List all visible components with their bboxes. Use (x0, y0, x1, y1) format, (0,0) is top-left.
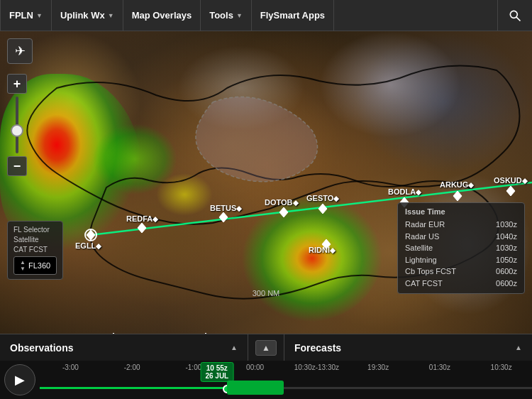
nav-map-overlays[interactable]: Map Overlays (123, 0, 201, 31)
map-overlays-label: Map Overlays (132, 10, 192, 21)
svg-marker-7 (318, 204, 327, 214)
svg-marker-6 (279, 207, 288, 217)
waypoint-redfa: REDFA (126, 214, 158, 223)
timeline-range-highlight (227, 381, 284, 395)
tl-label-range: 10:30z-13:30z (286, 364, 348, 371)
zoom-out-button[interactable]: − (7, 156, 27, 176)
fpln-arrow: ▼ (36, 12, 43, 19)
waypoint-arkug: ARKUG (440, 180, 474, 189)
zoom-slider[interactable] (16, 97, 18, 153)
fl-value-text: FL360 (28, 261, 50, 270)
zoom-in-button[interactable]: + (7, 74, 27, 94)
issue-time-rows: Radar EUR1030zRadar US1040zSatellite1030… (405, 219, 517, 289)
it-row-name: Satellite (405, 242, 433, 254)
waypoint-oskud: OSKUD (494, 176, 528, 185)
forecasts-tab[interactable]: Forecasts ▲ (284, 334, 532, 361)
fl-selector-line1: FL Selector (13, 226, 57, 234)
timeline-toggle[interactable]: ▲ (248, 334, 284, 361)
waypoint-gesto: GESTO (306, 194, 339, 202)
timeline: ▶ -3:00 -2:00 -1:00 00:00 10:30z-13:30z … (0, 361, 532, 399)
uplink-wx-arrow: ▼ (108, 12, 114, 19)
airplane-map-button[interactable]: ✈ (7, 38, 33, 64)
issue-time-row: CAT FCST0600z (405, 278, 517, 290)
current-time-value: 10 55z (205, 364, 228, 372)
issue-time-row: Radar EUR1030z (405, 219, 517, 231)
tl-label-1030: 10:30z (470, 364, 532, 371)
it-row-time: 1030z (496, 219, 517, 231)
svg-point-0 (510, 11, 517, 18)
forecasts-label: Forecasts (294, 342, 341, 354)
top-navigation: FPLN ▼ Uplink Wx ▼ Map Overlays Tools ▼ … (0, 0, 532, 31)
forecasts-arrow: ▲ (515, 344, 522, 351)
nav-fpln[interactable]: FPLN ▼ (0, 0, 52, 31)
distance-label: 300 NM (253, 289, 280, 297)
svg-marker-4 (138, 223, 146, 233)
search-icon (508, 9, 522, 23)
waypoint-betus: BETUS (210, 204, 242, 212)
it-row-time: 1050z (496, 254, 517, 266)
observations-arrow: ▲ (231, 344, 238, 351)
fl-value-display[interactable]: ▲ ▼ FL360 (13, 256, 57, 275)
fl-selector-panel: FL Selector Satellite CAT FCST ▲ ▼ FL360 (7, 221, 63, 280)
svg-marker-11 (506, 186, 515, 196)
uplink-wx-label: Uplink Wx (60, 10, 105, 21)
tl-label-minus2: -2:00 (101, 364, 163, 371)
issue-time-title: Issue Time (405, 207, 517, 216)
it-row-name: Radar US (405, 231, 439, 243)
flysmart-label: FlySmart Apps (260, 10, 325, 21)
issue-time-row: Lightning1050z (405, 254, 517, 266)
fl-stepper[interactable]: ▲ ▼ (20, 259, 26, 272)
it-row-name: CAT FCST (405, 278, 443, 290)
it-row-name: Cb Tops FCST (405, 266, 456, 278)
chevron-icon: ▲ (262, 343, 270, 353)
play-button[interactable]: ▶ (4, 364, 35, 395)
zoom-controls: + − (7, 74, 27, 176)
nav-uplink-wx[interactable]: Uplink Wx ▼ (52, 0, 123, 31)
tl-label-minus3: -3:00 (40, 364, 101, 371)
timeline-labels: -3:00 -2:00 -1:00 00:00 10:30z-13:30z 19… (40, 364, 532, 371)
observations-label: Observations (10, 342, 73, 354)
map-area[interactable]: EGLL REDFA BETUS DOTOB GESTO RIDNI BODLA… (0, 31, 532, 365)
issue-time-panel: Issue Time Radar EUR1030zRadar US1040zSa… (397, 202, 525, 294)
fl-down-arrow[interactable]: ▼ (20, 266, 26, 272)
it-row-name: Lightning (405, 254, 437, 266)
tl-label-0130: 01:30z (409, 364, 471, 371)
waypoint-ridni: RIDNI (309, 246, 336, 254)
issue-time-row: Satellite1030z (405, 242, 517, 254)
tl-label-zero: 00:00 (224, 364, 286, 371)
fl-selector-line2: Satellite (13, 236, 57, 244)
tools-arrow: ▼ (236, 12, 243, 19)
fl-selector-line3: CAT FCST (13, 246, 57, 253)
timeline-chevron[interactable]: ▲ (255, 340, 277, 356)
issue-time-row: Radar US1040z (405, 231, 517, 243)
nav-flysmart[interactable]: FlySmart Apps (252, 0, 334, 31)
fl-up-arrow[interactable]: ▲ (20, 259, 26, 266)
current-time-box: 10 55z 26 JUL (200, 362, 233, 382)
timeline-progress (40, 387, 227, 389)
it-row-time: 1040z (496, 231, 517, 243)
tl-label-1930: 19:30z (348, 364, 409, 371)
it-row-time: 0600z (496, 266, 517, 278)
svg-line-1 (516, 17, 520, 21)
svg-marker-3 (87, 230, 95, 240)
bottom-tabs: Observations ▲ ▲ Forecasts ▲ (0, 334, 532, 361)
timeline-track[interactable]: -3:00 -2:00 -1:00 00:00 10:30z-13:30z 19… (40, 361, 532, 399)
fpln-label: FPLN (9, 10, 33, 21)
waypoint-egll: EGLL (75, 241, 101, 250)
it-row-time: 1030z (496, 242, 517, 254)
zoom-thumb (11, 124, 23, 137)
it-row-name: Radar EUR (405, 219, 445, 231)
search-button[interactable] (497, 0, 532, 31)
bottom-bar: Observations ▲ ▲ Forecasts ▲ ▶ -3:00 -2:… (0, 334, 532, 399)
tools-label: Tools (209, 10, 233, 21)
it-row-time: 0600z (496, 278, 517, 290)
waypoint-bodla: BODLA (388, 187, 421, 196)
issue-time-row: Cb Tops FCST0600z (405, 266, 517, 278)
current-date-value: 26 JUL (205, 372, 228, 380)
nav-tools[interactable]: Tools ▼ (201, 0, 252, 31)
play-icon: ▶ (15, 372, 25, 388)
waypoint-dotob: DOTOB (265, 198, 299, 207)
observations-tab[interactable]: Observations ▲ (0, 334, 248, 361)
